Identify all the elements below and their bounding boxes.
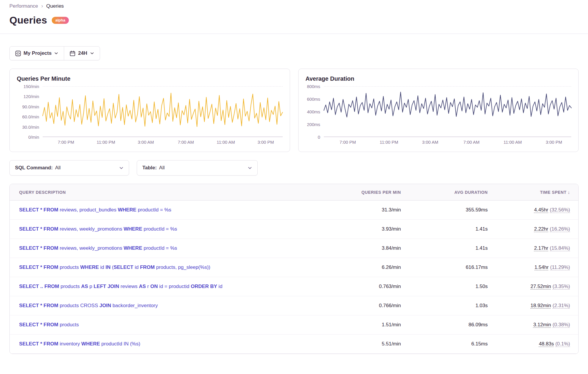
x-axis-tick-label: 11:00 PM: [380, 140, 398, 145]
time-spent-cell: 27.52min(3.35%): [490, 277, 578, 296]
time-spent-value: 3.12min: [533, 322, 551, 327]
breadcrumb-performance[interactable]: Performance: [9, 3, 38, 9]
y-axis-tick-label: 400ms: [307, 109, 320, 114]
queries-per-min-value: 0.766/min: [318, 296, 403, 315]
table-row: SELECT * FROM inventory WHERE productId …: [10, 335, 578, 354]
y-axis-tick-label: 150/min: [24, 84, 39, 89]
query-description-link[interactable]: SELECT * FROM products WHERE id IN (SELE…: [19, 264, 210, 270]
y-axis-tick-label: 800ms: [307, 84, 320, 89]
table-select-label: Table:: [142, 165, 157, 171]
query-description-link[interactable]: SELECT * FROM products CROSS JOIN backor…: [19, 303, 158, 308]
table-row: SELECT * FROM reviews, product_bundles W…: [10, 201, 578, 220]
breadcrumb-queries: Queries: [46, 3, 64, 9]
line-chart-plot: 7:00 PM11:00 PM3:00 AM7:00 AM11:00 AM3:0…: [43, 86, 283, 137]
chart-title: Average Duration: [306, 75, 572, 82]
x-axis-tick-label: 7:00 AM: [178, 140, 194, 145]
time-spent-value: 1.54hr: [534, 264, 549, 270]
x-axis-tick-label: 3:00 AM: [138, 140, 154, 145]
query-description-link[interactable]: SELECT * FROM reviews, product_bundles W…: [19, 207, 171, 213]
y-axis-tick-label: 90.0/min: [22, 104, 39, 109]
time-spent-cell: 2.22hr(16.26%): [490, 220, 578, 239]
time-spent-cell: 4.45hr(32.56%): [490, 201, 578, 220]
y-axis: 150/min120/min90.0/min60.0/min30.0/min0/…: [17, 86, 43, 137]
y-axis-tick-label: 30.0/min: [22, 124, 39, 129]
chevron-down-icon: [248, 166, 252, 170]
time-spent-value: 2.22hr: [534, 226, 548, 232]
table-row: SELECT .. FROM products AS p LEFT JOIN r…: [10, 277, 578, 296]
y-axis: 800ms600ms400ms200ms0: [306, 86, 324, 137]
chevron-down-icon: [119, 166, 124, 170]
header-query-description: Query Description: [10, 184, 318, 201]
time-spent-percentage: (0.38%): [552, 322, 570, 327]
query-description-link[interactable]: SELECT * FROM reviews, weekly_promotions…: [19, 226, 177, 232]
y-axis-tick-label: 60.0/min: [22, 114, 39, 119]
time-spent-percentage: (16.26%): [550, 226, 570, 232]
time-spent-cell: 3.12min(0.38%): [490, 315, 578, 335]
projects-icon: [15, 51, 21, 56]
query-filters-row: SQL Command: All Table: All: [9, 160, 579, 176]
time-spent-value: 18.92min: [531, 303, 551, 308]
x-axis-tick-label: 3:00 PM: [546, 140, 562, 145]
projects-filter-label: My Projects: [24, 50, 51, 56]
avg-duration-value: 1.03s: [403, 296, 490, 315]
chevron-down-icon: [54, 51, 58, 55]
queries-per-min-value: 1.51/min: [318, 315, 403, 335]
queries-per-min-value: 5.51/min: [318, 335, 403, 354]
y-axis-tick-label: 600ms: [307, 97, 320, 102]
table-row: SELECT * FROM reviews, weekly_promotions…: [10, 239, 578, 258]
page-filter-group: My Projects 24H: [9, 46, 100, 60]
x-axis-tick-label: 7:00 PM: [339, 140, 356, 145]
page-header: Performance › Queries Queries alpha: [0, 0, 588, 34]
alpha-badge: alpha: [52, 17, 69, 24]
header-time-spent[interactable]: Time Spent↓: [490, 184, 578, 201]
date-range-label: 24H: [78, 50, 87, 56]
time-spent-cell: 1.54hr(11.29%): [490, 258, 578, 277]
calendar-icon: [70, 51, 75, 56]
time-spent-cell: 2.17hr(15.84%): [490, 239, 578, 258]
query-description-link[interactable]: SELECT .. FROM products AS p LEFT JOIN r…: [19, 284, 222, 289]
y-axis-tick-label: 0/min: [28, 135, 39, 140]
query-description-link[interactable]: SELECT * FROM inventory WHERE productId …: [19, 341, 140, 347]
table-header-row: Query Description Queries Per Min Avg Du…: [10, 184, 578, 201]
qpm-line-series: [43, 87, 283, 136]
y-axis-tick-label: 200ms: [307, 122, 320, 127]
avg-duration-value: 6.15ms: [403, 335, 490, 354]
sort-descending-icon: ↓: [568, 190, 570, 195]
breadcrumb: Performance › Queries: [9, 3, 579, 9]
x-axis-tick-label: 3:00 PM: [257, 140, 274, 145]
time-spent-value: 48.83s: [539, 341, 554, 347]
x-axis-tick-label: 11:00 PM: [96, 140, 115, 145]
queries-table-card: Query Description Queries Per Min Avg Du…: [9, 184, 579, 354]
y-axis-tick-label: 0: [318, 135, 320, 140]
sql-command-select[interactable]: SQL Command: All: [9, 160, 129, 176]
query-description-link[interactable]: SELECT * FROM reviews, weekly_promotions…: [19, 245, 177, 251]
table-select-value: All: [159, 165, 165, 171]
line-chart-plot: 7:00 PM11:00 PM3:00 AM7:00 AM11:00 AM3:0…: [324, 86, 572, 137]
header-queries-per-min: Queries Per Min: [318, 184, 403, 201]
charts-row: Queries Per Minute 150/min120/min90.0/mi…: [9, 69, 579, 152]
avg-duration-value: 1.41s: [403, 239, 490, 258]
chevron-down-icon: [90, 51, 94, 55]
time-spent-cell: 18.92min(2.31%): [490, 296, 578, 315]
avg-duration-value: 355.59ms: [403, 201, 490, 220]
time-spent-percentage: (32.56%): [550, 207, 570, 213]
x-axis-tick-label: 7:00 PM: [58, 140, 74, 145]
avg-duration-value: 86.09ms: [403, 315, 490, 335]
table-select[interactable]: Table: All: [137, 160, 258, 176]
avg-duration-value: 1.41s: [403, 220, 490, 239]
average-duration-chart-card: Average Duration 800ms600ms400ms200ms0 7…: [298, 69, 579, 152]
x-axis-tick-label: 11:00 AM: [504, 140, 522, 145]
table-row: SELECT * FROM products CROSS JOIN backor…: [10, 296, 578, 315]
y-axis-tick-label: 120/min: [24, 94, 39, 99]
time-spent-percentage: (3.35%): [552, 284, 570, 289]
x-axis-tick-label: 11:00 AM: [216, 140, 235, 145]
queries-per-minute-chart-card: Queries Per Minute 150/min120/min90.0/mi…: [9, 69, 290, 152]
queries-per-min-value: 31.3/min: [318, 201, 403, 220]
avg-duration-value: 1.50s: [403, 277, 490, 296]
query-table-body: SELECT * FROM reviews, product_bundles W…: [10, 201, 578, 354]
projects-filter-button[interactable]: My Projects: [10, 47, 64, 60]
date-range-button[interactable]: 24H: [64, 47, 99, 60]
time-spent-percentage: (0.1%): [555, 341, 570, 347]
page-title: Queries: [9, 14, 47, 26]
query-description-link[interactable]: SELECT * FROM products: [19, 322, 79, 327]
